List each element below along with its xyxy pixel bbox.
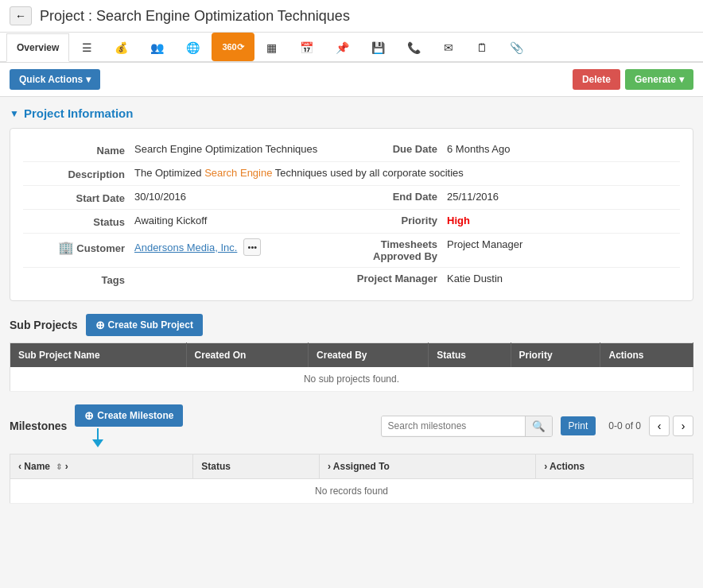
col-milestone-assigned: › Assigned To xyxy=(319,455,535,479)
create-sub-project-button[interactable]: Create Sub Project xyxy=(86,314,203,336)
sub-projects-header: Sub Projects Create Sub Project xyxy=(10,314,693,336)
start-date-label: Start Date xyxy=(23,191,134,204)
tab-overview[interactable]: Overview xyxy=(6,33,69,62)
due-date-value: 6 Months Ago xyxy=(447,143,680,155)
customer-link[interactable]: Andersons Media, Inc. xyxy=(134,242,237,253)
generate-button[interactable]: Generate ▾ xyxy=(625,69,693,90)
milestone-search-box: 🔍 xyxy=(381,416,553,437)
pagination-info: 0-0 of 0 xyxy=(604,420,646,431)
milestone-pagination: 0-0 of 0 ‹ › xyxy=(604,416,693,436)
timesheets-half: TimesheetsApproved By Project Manager xyxy=(352,238,680,262)
dates-row: Start Date 30/10/2016 End Date 25/11/201… xyxy=(23,186,680,210)
back-button[interactable]: ← xyxy=(10,6,32,25)
milestones-header: Milestones Create Milestone 🔍 Print 0-0 … xyxy=(10,404,693,447)
pm-half: Project Manager Katie Dustin xyxy=(352,273,680,284)
milestones-header-row: ‹ Name ⇕ › Status › Assigned To › Action… xyxy=(10,455,693,479)
quick-actions-label: Quick Actions xyxy=(19,74,83,85)
customer-label: 🏢 Customer xyxy=(23,238,134,256)
money-icon: 💰 xyxy=(115,41,128,54)
col-created-on: Created On xyxy=(186,343,309,368)
prev-page-button[interactable]: ‹ xyxy=(649,416,670,436)
col-status: Status xyxy=(429,343,511,368)
priority-value: High xyxy=(447,215,680,226)
col-assigned-label: Assigned To xyxy=(333,461,390,472)
milestones-table: ‹ Name ⇕ › Status › Assigned To › Action… xyxy=(10,454,693,504)
tab-money[interactable]: 💰 xyxy=(104,33,138,61)
start-date-half: Start Date 30/10/2016 xyxy=(23,191,352,204)
sub-projects-title: Sub Projects xyxy=(10,319,78,331)
create-milestone-label: Create Milestone xyxy=(97,410,173,421)
tab-mail[interactable]: ✉ xyxy=(433,33,464,61)
project-info-card: Name Search Engine Optimization Techniqu… xyxy=(10,128,693,301)
status-value: Awaiting Kickoff xyxy=(134,215,352,228)
generate-label: Generate xyxy=(635,74,676,85)
sub-projects-section: Sub Projects Create Sub Project Sub Proj… xyxy=(10,314,693,392)
generate-chevron: ▾ xyxy=(679,74,684,85)
note-icon: 🗒 xyxy=(476,41,487,54)
milestone-search-input[interactable] xyxy=(382,416,525,435)
project-info-title: Project Information xyxy=(24,106,134,120)
tags-label: Tags xyxy=(23,273,134,286)
col-priority: Priority xyxy=(511,343,600,368)
create-sub-project-label: Create Sub Project xyxy=(108,319,193,331)
sub-projects-table: Sub Project Name Created On Created By S… xyxy=(10,342,693,392)
due-date-half: Due Date 6 Months Ago xyxy=(352,143,680,155)
page-header: ← Project : Search Engine Optimization T… xyxy=(0,0,703,33)
table-icon: ▦ xyxy=(266,41,277,54)
tab-calendar[interactable]: 📅 xyxy=(289,33,324,61)
print-button[interactable]: Print xyxy=(561,416,596,435)
pm-value: Katie Dustin xyxy=(447,273,680,284)
sub-projects-empty-message: No sub projects found. xyxy=(10,367,693,392)
toolbar: Quick Actions ▾ Delete Generate ▾ xyxy=(0,63,703,97)
tab-note[interactable]: 🗒 xyxy=(466,33,498,61)
name-half: Name Search Engine Optimization Techniqu… xyxy=(23,143,352,157)
timesheets-label: TimesheetsApproved By xyxy=(352,238,447,262)
description-row: Description The Optimized Search Engine … xyxy=(23,162,680,186)
priority-label: Priority xyxy=(352,215,447,226)
status-half: Status Awaiting Kickoff xyxy=(23,215,352,228)
milestones-section: Milestones Create Milestone 🔍 Print 0-0 … xyxy=(10,404,693,504)
search-icon: 🔍 xyxy=(532,420,546,432)
next-page-button[interactable]: › xyxy=(673,416,693,436)
delete-button[interactable]: Delete xyxy=(573,69,620,90)
tab-360[interactable]: 360⟳ xyxy=(212,33,254,61)
sub-projects-empty-row: No sub projects found. xyxy=(10,367,693,392)
save-icon: 💾 xyxy=(371,41,385,54)
create-milestone-button[interactable]: Create Milestone xyxy=(75,404,183,427)
section-toggle-icon[interactable]: ▼ xyxy=(10,108,19,119)
timesheets-value: Project Manager xyxy=(447,238,680,262)
name-label: Name xyxy=(23,143,134,157)
tab-people[interactable]: 👥 xyxy=(140,33,174,61)
priority-half: Priority High xyxy=(352,215,680,226)
col-milestone-name[interactable]: ‹ Name ⇕ › xyxy=(10,455,193,479)
end-date-value: 25/11/2016 xyxy=(447,191,680,203)
customer-more-btn[interactable]: ••• xyxy=(243,238,261,256)
calendar-icon: 📅 xyxy=(300,41,313,54)
globe-icon: 🌐 xyxy=(186,41,200,54)
tab-save[interactable]: 💾 xyxy=(361,33,395,61)
milestones-empty-message: No records found xyxy=(10,479,693,504)
name-value: Search Engine Optimization Techniques xyxy=(134,143,352,157)
tab-clip[interactable]: 📎 xyxy=(499,33,534,61)
description-label: Description xyxy=(23,167,134,180)
description-value: The Optimized Search Engine Techniques u… xyxy=(134,167,680,179)
quick-actions-button[interactable]: Quick Actions ▾ xyxy=(10,69,100,90)
tab-phone[interactable]: 📞 xyxy=(397,33,431,61)
customer-half: 🏢 Customer Andersons Media, Inc. ••• xyxy=(23,238,352,256)
milestone-search-button[interactable]: 🔍 xyxy=(525,416,552,436)
toolbar-right: Delete Generate ▾ xyxy=(573,69,693,90)
due-date-label: Due Date xyxy=(352,143,447,155)
milestones-title: Milestones xyxy=(10,420,67,432)
status-label: Status xyxy=(23,215,134,228)
status-priority-row: Status Awaiting Kickoff Priority High xyxy=(23,210,680,234)
col-milestone-name-label: Name xyxy=(24,461,50,472)
tab-table[interactable]: ▦ xyxy=(256,33,288,61)
tab-globe[interactable]: 🌐 xyxy=(176,33,210,61)
tags-half: Tags xyxy=(23,273,352,286)
tab-pin[interactable]: 📌 xyxy=(325,33,359,61)
tab-list[interactable]: ☰ xyxy=(71,33,103,61)
milestones-empty-row: No records found xyxy=(10,479,693,504)
main-content: ▼ Project Information Name Search Engine… xyxy=(0,97,703,526)
col-milestone-status: Status xyxy=(193,455,320,479)
name-due-row: Name Search Engine Optimization Techniqu… xyxy=(23,138,680,162)
